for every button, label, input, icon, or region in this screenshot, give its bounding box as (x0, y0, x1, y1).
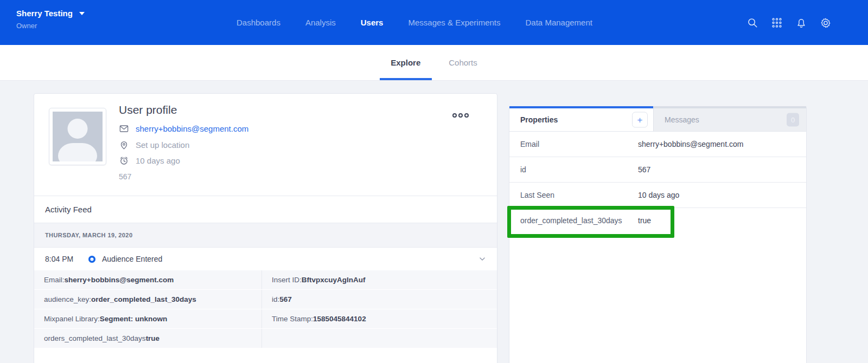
more-options-button[interactable] (450, 111, 471, 120)
event-time: 8:04 PM (45, 255, 79, 263)
property-row-order-completed: order_completed_last_30days true (509, 208, 806, 233)
page-title: User profile (119, 103, 177, 116)
project-name: Sherry Testing (16, 9, 73, 18)
property-row-email: Email sherry+bobbins@segment.com (509, 132, 806, 157)
add-property-button[interactable]: + (632, 112, 648, 128)
nav-item-users[interactable]: Users (361, 18, 384, 27)
property-key: id (520, 165, 526, 174)
profile-user-id: 567 (119, 172, 131, 181)
nav-item-analysis[interactable]: Analysis (305, 18, 336, 27)
more-dot-icon (464, 113, 469, 118)
project-role: Owner (16, 22, 85, 30)
primary-nav: Dashboards Analysis Users Messages & Exp… (237, 0, 592, 45)
messages-tab-label: Messages (665, 115, 699, 124)
notifications-bell-icon[interactable] (795, 17, 807, 29)
location-pin-icon (119, 140, 129, 150)
nav-item-data-management[interactable]: Data Management (526, 18, 592, 27)
event-detail-cell: orders_completed_last_30daystrue (34, 329, 261, 348)
event-detail-cell: Mixpanel Library: Segment: unknown (34, 309, 261, 328)
event-detail-cell-empty (261, 329, 497, 348)
property-row-id: id 567 (509, 157, 806, 183)
avatar-placeholder-icon (53, 112, 103, 161)
activity-event-row[interactable]: 8:04 PM Audience Entered (34, 248, 497, 270)
settings-gear-icon[interactable] (820, 17, 832, 29)
property-key: order_completed_last_30days (520, 216, 622, 225)
nav-item-messages-experiments[interactable]: Messages & Experiments (408, 18, 500, 27)
properties-messages-tabs: Properties + Messages 0 (509, 106, 806, 132)
user-profile-card: User profile sherry+bobbins@segment.com … (34, 93, 497, 363)
header-icon-group (746, 0, 832, 45)
audience-event-dot-icon (88, 256, 95, 263)
top-header: Sherry Testing Owner Dashboards Analysis… (0, 0, 868, 45)
profile-last-seen-row: 10 days ago (119, 155, 180, 166)
event-detail-cell: Time Stamp: 1585045844102 (261, 309, 497, 328)
profile-email-row: sherry+bobbins@segment.com (119, 124, 248, 134)
property-key: Email (520, 140, 539, 148)
activity-feed-header: Activity Feed (34, 196, 497, 223)
project-selector[interactable]: Sherry Testing Owner (16, 9, 85, 30)
envelope-icon (119, 124, 129, 134)
event-detail-cell: audience_key: order_completed_last_30day… (34, 290, 261, 309)
activity-date-band: THURSDAY, MARCH 19, 2020 (34, 223, 497, 248)
property-value: true (638, 216, 651, 225)
avatar (49, 108, 106, 165)
properties-panel: Properties + Messages 0 Email sherry+bob… (509, 106, 807, 363)
property-key: Last Seen (520, 191, 554, 199)
nav-item-dashboards[interactable]: Dashboards (237, 18, 280, 27)
explore-cohorts-tabbar: Explore Cohorts (0, 45, 868, 81)
property-value: 10 days ago (638, 191, 679, 199)
event-detail-cell: id: 567 (261, 290, 497, 309)
search-icon[interactable] (746, 17, 758, 29)
messages-count-badge: 0 (787, 113, 799, 127)
more-dot-icon (458, 113, 463, 118)
tab-properties[interactable]: Properties + (509, 106, 653, 131)
chevron-down-icon[interactable] (478, 255, 486, 263)
profile-location-row: Set up location (119, 140, 189, 150)
profile-section: User profile sherry+bobbins@segment.com … (34, 94, 497, 196)
tab-cohorts[interactable]: Cohorts (435, 45, 492, 80)
apps-grid-icon[interactable] (771, 17, 783, 29)
properties-tab-label: Properties (520, 115, 558, 124)
event-details-table: Email: sherry+bobbins@segment.com Insert… (34, 270, 497, 348)
caret-down-icon (79, 12, 85, 15)
event-detail-cell: Email: sherry+bobbins@segment.com (34, 270, 261, 289)
activity-feed-title: Activity Feed (45, 205, 92, 214)
alarm-clock-icon (119, 155, 129, 166)
tab-explore[interactable]: Explore (376, 45, 435, 80)
profile-last-seen: 10 days ago (136, 156, 180, 165)
property-value: 567 (638, 165, 650, 174)
event-detail-cell: Insert ID: BftvpxcuyAgInAuf (261, 270, 497, 289)
activity-date-label: THURSDAY, MARCH 19, 2020 (45, 232, 132, 238)
property-email-link[interactable]: sherry+bobbins@segment.com (638, 140, 743, 148)
tab-messages[interactable]: Messages 0 (653, 106, 806, 131)
property-row-last-seen: Last Seen 10 days ago (509, 183, 806, 208)
more-dot-icon (452, 113, 457, 118)
profile-email-link[interactable]: sherry+bobbins@segment.com (136, 124, 248, 133)
set-up-location-prompt[interactable]: Set up location (136, 140, 189, 150)
event-name: Audience Entered (102, 255, 162, 263)
